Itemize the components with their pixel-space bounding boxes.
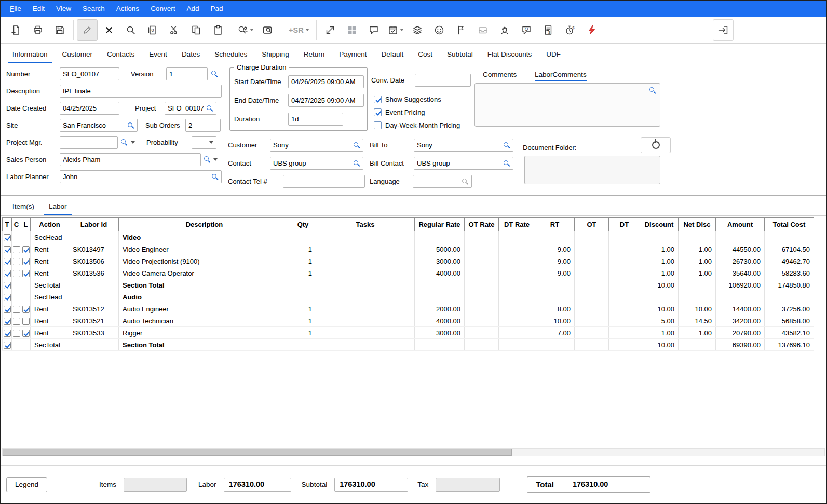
tab-laborcomments[interactable]: LaborComments	[535, 71, 587, 78]
table-row[interactable]: RentSK013536Video Camera Operator14000.0…	[3, 267, 814, 279]
cell-check-c[interactable]	[12, 243, 21, 255]
column-header-dt[interactable]: DT	[609, 218, 640, 231]
calendar-check-button[interactable]	[385, 19, 406, 41]
conv-date-field[interactable]	[415, 74, 471, 87]
column-header-description[interactable]: Description	[119, 218, 290, 231]
row-checkbox-t[interactable]	[4, 330, 11, 337]
grid-button[interactable]	[342, 19, 362, 41]
tab-dates[interactable]: Dates	[174, 46, 207, 63]
row-checkbox-t[interactable]	[4, 318, 11, 325]
row-checkbox-c[interactable]	[13, 330, 20, 337]
site-search-icon[interactable]	[127, 122, 134, 129]
row-checkbox-t[interactable]	[4, 258, 11, 265]
column-header-ot-rate[interactable]: OT Rate	[465, 218, 499, 231]
day-week-month-pricing-checkbox[interactable]	[374, 121, 382, 129]
column-header-total-cost[interactable]: Total Cost	[765, 218, 814, 231]
row-checkbox-l[interactable]	[22, 246, 30, 253]
row-checkbox-t[interactable]	[4, 342, 11, 349]
row-checkbox-l[interactable]	[22, 258, 30, 265]
delete-x-button[interactable]	[99, 19, 119, 41]
expand-button[interactable]	[320, 19, 341, 41]
menu-item-view[interactable]: View	[50, 1, 77, 17]
tab-comments[interactable]: Comments	[483, 71, 517, 78]
print-button[interactable]	[28, 19, 48, 41]
column-header-discount[interactable]: Discount	[640, 218, 679, 231]
number-field[interactable]: SFO_00107	[60, 67, 119, 80]
column-header-regular-rate[interactable]: Regular Rate	[415, 218, 465, 231]
table-row[interactable]: SecTotalSection Total10.00106920.0017485…	[3, 279, 814, 291]
labor-planner-search-icon[interactable]	[211, 173, 219, 181]
language-field[interactable]	[413, 175, 472, 188]
comment-button[interactable]	[363, 19, 384, 41]
cell-check-t[interactable]	[3, 267, 12, 279]
version-search-icon[interactable]	[211, 70, 218, 77]
subtab-item-s[interactable]: Item(s)	[5, 198, 42, 215]
copy-special-button[interactable]: 0	[142, 19, 163, 41]
contact-field[interactable]: UBS group	[270, 157, 363, 170]
lightning-button[interactable]	[581, 19, 602, 41]
cut-scissors-button[interactable]	[164, 19, 185, 41]
row-checkbox-l[interactable]	[22, 318, 30, 325]
bill-to-search-icon[interactable]	[503, 142, 510, 149]
cell-check-t[interactable]	[3, 327, 12, 339]
search-button[interactable]	[120, 19, 141, 41]
row-checkbox-c[interactable]	[13, 258, 20, 265]
probability-field[interactable]	[192, 136, 216, 149]
menu-item-actions[interactable]: Actions	[111, 1, 145, 17]
cell-check-c[interactable]	[12, 315, 21, 327]
version-field[interactable]: 1	[166, 67, 208, 80]
subtab-labor[interactable]: Labor	[42, 198, 74, 215]
table-row[interactable]: RentSK013506Video Projectionist (9100)13…	[3, 255, 814, 267]
cell-check-t[interactable]	[3, 255, 12, 267]
cell-check-l[interactable]	[21, 315, 31, 327]
tab-subtotal[interactable]: Subtotal	[440, 46, 480, 63]
menu-item-add[interactable]: Add	[181, 1, 205, 17]
table-row[interactable]: RentSK013497Video Engineer15000.009.001.…	[3, 243, 814, 255]
edit-pencil-button[interactable]	[77, 19, 98, 41]
duration-field[interactable]: 1d	[288, 113, 343, 126]
end-datetime-field[interactable]: 04/27/2025 09:00 AM	[288, 94, 364, 107]
show-suggestions-checkbox[interactable]	[374, 96, 382, 103]
cell-check-t[interactable]	[3, 303, 12, 315]
cell-check-l[interactable]	[21, 303, 31, 315]
table-row[interactable]: RentSK013533Rigger13000.007.001.001.0020…	[3, 327, 814, 339]
cell-check-t[interactable]	[3, 339, 12, 351]
row-checkbox-t[interactable]	[4, 270, 11, 277]
table-row[interactable]: SecHeadVideo	[3, 231, 814, 243]
document-folder-box[interactable]	[524, 156, 660, 184]
description-field[interactable]: IPL finale	[60, 85, 222, 98]
row-checkbox-l[interactable]	[22, 306, 30, 313]
language-search-icon[interactable]	[462, 178, 469, 185]
view-find-button[interactable]	[257, 19, 278, 41]
menu-item-pad[interactable]: Pad	[205, 1, 228, 17]
flag-button[interactable]	[451, 19, 471, 41]
event-pricing-checkbox[interactable]	[374, 108, 382, 116]
document-folder-button[interactable]	[641, 137, 671, 153]
save-button[interactable]	[49, 19, 70, 41]
tab-flat-discounts[interactable]: Flat Discounts	[480, 46, 539, 63]
layers-button[interactable]	[407, 19, 428, 41]
cell-check-c[interactable]	[12, 303, 21, 315]
tab-customer[interactable]: Customer	[55, 46, 100, 63]
tab-shipping[interactable]: Shipping	[254, 46, 296, 63]
row-checkbox-c[interactable]	[13, 270, 20, 277]
horizontal-scrollbar[interactable]	[2, 448, 825, 456]
tray-button[interactable]	[472, 19, 493, 41]
project-mgr-dropdown-icon[interactable]	[131, 141, 135, 144]
table-row[interactable]: SecHeadAudio	[3, 291, 814, 303]
start-datetime-field[interactable]: 04/26/2025 09:00 AM	[288, 75, 364, 88]
worker-button[interactable]	[494, 19, 515, 41]
cell-check-t[interactable]	[3, 231, 12, 243]
paste-button[interactable]	[208, 19, 228, 41]
timer-dollar-button[interactable]: $	[560, 19, 580, 41]
project-mgr-field[interactable]	[60, 136, 118, 149]
column-header-rt[interactable]: RT	[535, 218, 575, 231]
column-header-amount[interactable]: Amount	[716, 218, 765, 231]
cell-check-c[interactable]	[12, 327, 21, 339]
contact-tel-field[interactable]	[283, 175, 365, 188]
menu-item-edit[interactable]: Edit	[27, 1, 50, 17]
tab-schedules[interactable]: Schedules	[207, 46, 254, 63]
column-header-net-disc[interactable]: Net Disc	[679, 218, 716, 231]
tab-udf[interactable]: UDF	[539, 46, 568, 63]
row-checkbox-t[interactable]	[4, 306, 11, 313]
